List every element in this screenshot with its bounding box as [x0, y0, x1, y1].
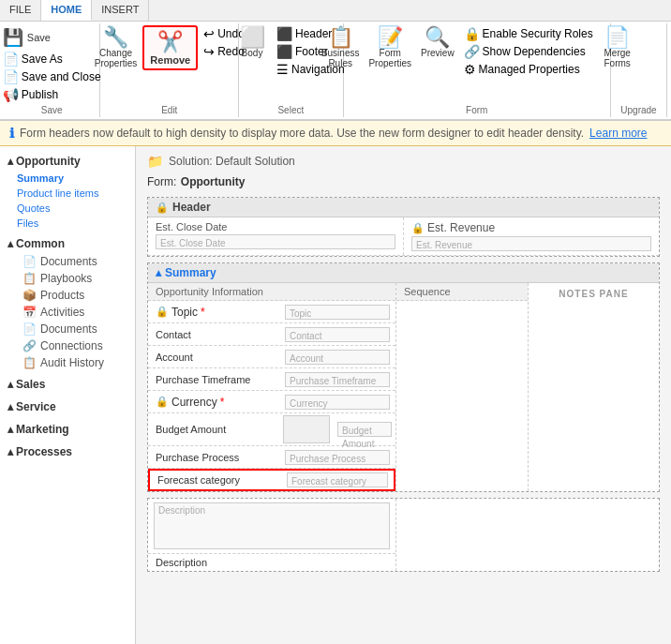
header-row: Est. Close Date Est. Close Date 🔒 Est. R… [148, 217, 659, 256]
opp-info-header: Opportunity Information [148, 283, 395, 301]
purchase-timeframe-placeholder: Purchase Timeframe [286, 373, 389, 390]
enable-security-button[interactable]: 🔒 Enable Security Roles [460, 25, 597, 42]
sidebar-marketing-title[interactable]: ▴ Marketing [0, 420, 135, 439]
business-rules-label: BusinessRules [321, 48, 360, 68]
currency-input[interactable]: Currency [285, 395, 390, 410]
solution-folder-icon: 📁 [147, 154, 163, 169]
body-button[interactable]: ⬜ Body [233, 25, 271, 60]
security-label: Enable Security Roles [483, 27, 593, 40]
budget-label: Budget Amount [148, 421, 279, 438]
learn-more-link[interactable]: Learn more [589, 127, 647, 140]
show-deps-button[interactable]: 🔗 Show Dependencies [460, 43, 597, 60]
security-icon: 🔒 [464, 26, 480, 41]
sidebar-section-service: ▴ Service [0, 397, 135, 416]
preview-icon: 🔍 [425, 27, 450, 48]
sidebar-item-summary[interactable]: Summary [0, 171, 135, 186]
document-icon: 📄 [22, 255, 37, 268]
forecast-category-input[interactable]: Forecast category [287, 472, 388, 487]
form-buttons: 📋 BusinessRules 📝 FormProperties 🔍 Previ… [318, 25, 636, 103]
purchase-process-input[interactable]: Purchase Process [285, 450, 390, 465]
sidebar-item-quotes[interactable]: Quotes [0, 201, 135, 216]
contact-placeholder: Contact [286, 328, 389, 345]
deps-icon: 🔗 [464, 44, 480, 59]
close-date-input[interactable]: Est. Close Date [156, 234, 395, 249]
preview-label: Preview [421, 48, 455, 58]
tab-file[interactable]: FILE [0, 0, 41, 21]
budget-box[interactable] [283, 415, 330, 443]
forecast-category-placeholder: Forecast category [288, 473, 387, 490]
topic-row: 🔒 Topic * Topic [148, 301, 395, 323]
description-input[interactable]: Description [154, 502, 390, 549]
upgrade-group-title: Upgrade [620, 105, 656, 115]
chevron-right-icon-sales: ▴ [7, 378, 13, 391]
account-row: Account Account [148, 346, 395, 368]
sidebar-item-documents1[interactable]: 📄 Documents [0, 253, 135, 270]
sidebar-sales-title[interactable]: ▴ Sales [0, 375, 135, 394]
summary-section: ▴ Summary Opportunity Information 🔒 Topi… [147, 262, 660, 492]
sidebar-item-activities[interactable]: 📅 Activities [0, 304, 135, 321]
info-icon: ℹ [9, 126, 14, 141]
forecast-category-row: Forecast category Forecast category [148, 469, 395, 491]
purchase-timeframe-input[interactable]: Purchase Timeframe [285, 372, 390, 387]
chevron-down-icon-common: ▴ [7, 237, 13, 250]
publish-button[interactable]: 📢 Publish [0, 86, 62, 103]
ribbon-group-edit: 🔧 ChangeProperties ✂️ Remove ↩ Undo ↪ Re… [100, 23, 239, 117]
collapse-icon: ▴ [156, 266, 161, 279]
sidebar-item-products[interactable]: 📦 Products [0, 287, 135, 304]
sidebar-item-documents2[interactable]: 📄 Documents [0, 321, 135, 337]
close-date-cell: Est. Close Date Est. Close Date [148, 217, 404, 255]
change-properties-button[interactable]: 🔧 ChangeProperties [91, 25, 142, 70]
topic-input[interactable]: Topic [285, 305, 390, 320]
preview-button[interactable]: 🔍 Preview [417, 25, 458, 60]
save-close-button[interactable]: 📄 Save and Close [0, 68, 105, 85]
account-input[interactable]: Account [285, 350, 390, 365]
save-icon: 💾 [3, 27, 23, 48]
undo-icon: ↩ [203, 26, 215, 41]
revenue-placeholder: Est. Revenue [412, 237, 650, 254]
sidebar-item-audit[interactable]: 📋 Audit History [0, 354, 135, 371]
description-row: Description Description [148, 499, 659, 571]
sidebar-common-title[interactable]: ▴ Common [0, 234, 135, 253]
body-label: Body [242, 48, 263, 58]
sidebar-opportunity-title[interactable]: ▴ Opportunity [0, 152, 135, 171]
description-section: Description Description [147, 498, 660, 572]
save-label: Save [27, 32, 51, 43]
sidebar-service-title[interactable]: ▴ Service [0, 397, 135, 416]
navigation-icon: ☰ [276, 62, 289, 77]
ribbon-group-save: 💾 Save 📄 Save As 📄 Save and Close 📢 Publ… [4, 23, 100, 117]
budget-input[interactable]: Budget Amount [337, 422, 392, 437]
select-group-title: Select [277, 105, 304, 115]
form-name: Opportunity [181, 175, 246, 188]
tab-insert[interactable]: INSERT [92, 0, 149, 21]
form-properties-button[interactable]: 📝 FormProperties [365, 25, 415, 70]
footer-icon: ⬛ [276, 44, 292, 59]
remove-button[interactable]: ✂️ Remove [142, 25, 198, 70]
close-date-label: Est. Close Date [156, 221, 395, 232]
account-placeholder: Account [286, 351, 389, 367]
tab-home[interactable]: HOME [41, 0, 92, 21]
revenue-input[interactable]: Est. Revenue [411, 236, 651, 251]
contact-input[interactable]: Contact [285, 327, 390, 342]
save-as-button[interactable]: 📄 Save As [0, 51, 67, 67]
lock-currency-icon: 🔒 [156, 396, 169, 408]
save-close-icon: 📄 [3, 69, 19, 84]
sidebar-item-connections[interactable]: 🔗 Connections [0, 337, 135, 354]
sidebar-item-playbooks[interactable]: 📋 Playbooks [0, 270, 135, 287]
currency-placeholder: Currency [286, 396, 389, 412]
sidebar-processes-title[interactable]: ▴ Processes [0, 442, 135, 461]
remove-label: Remove [150, 54, 190, 66]
form-props-label: FormProperties [368, 48, 411, 68]
save-group-title: Save [41, 105, 63, 115]
chevron-right-icon-processes: ▴ [7, 445, 13, 458]
save-button[interactable]: 💾 Save [0, 25, 54, 50]
sidebar-section-processes: ▴ Processes [0, 442, 135, 461]
sidebar-item-files[interactable]: Files [0, 216, 135, 231]
save-as-label: Save As [22, 52, 63, 66]
change-props-label: ChangeProperties [95, 48, 138, 68]
form-label: Form: [147, 175, 176, 188]
publish-icon: 📢 [3, 87, 19, 102]
sidebar-item-product-line[interactable]: Product line items [0, 186, 135, 201]
business-rules-button[interactable]: 📋 BusinessRules [318, 25, 364, 70]
revenue-cell: 🔒 Est. Revenue Est. Revenue [404, 217, 659, 255]
managed-props-button[interactable]: ⚙ Managed Properties [460, 61, 597, 78]
